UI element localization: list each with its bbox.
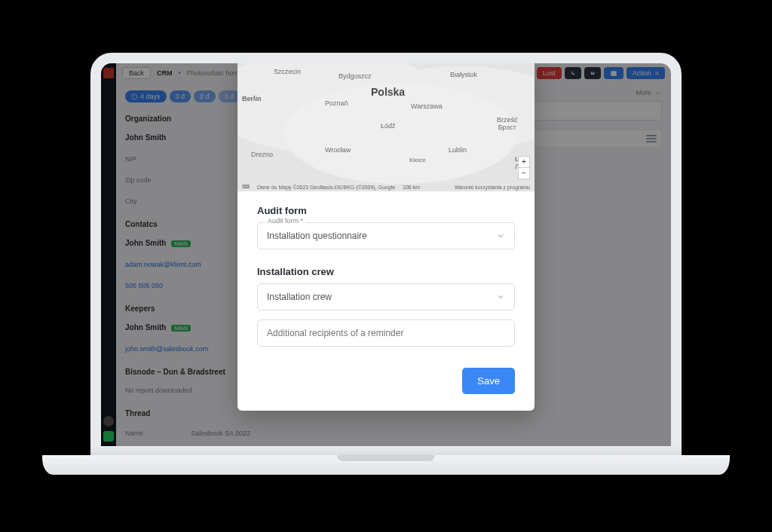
modal-body: Audit form Audit form * Installation que… [237, 191, 535, 411]
map-label-lodz: Łódź [381, 122, 396, 130]
map-credits-left: Dane do Mapy ©2023 GeoBasis-DE/BKG (©200… [257, 185, 395, 190]
audit-section-title: Audit form [257, 205, 515, 216]
map-credits-right[interactable]: Warunki korzystania z programu [455, 185, 530, 190]
laptop-base [42, 455, 730, 475]
crew-select[interactable]: Installation crew [257, 283, 515, 310]
laptop-viewport: Back CRM • Photovoltaic home John Sm… Wo… [90, 53, 682, 457]
map-label-bydgoszcz: Bydgoszcz [339, 72, 372, 80]
map-label-bialystok: Białystok [450, 71, 477, 78]
map-label-szczecin: Szczecin [274, 68, 301, 75]
map-label-polska: Polska [371, 86, 405, 98]
map-label-wroclaw: Wrocław [325, 146, 351, 154]
chevron-down-icon [496, 292, 505, 301]
crew-value: Installation crew [267, 292, 332, 302]
audit-form-label: Audit form * [265, 217, 306, 225]
save-button[interactable]: Save [462, 368, 515, 394]
app-root: Back CRM • Photovoltaic home John Sm… Wo… [101, 63, 671, 446]
zoom-in-button[interactable]: + [519, 157, 529, 168]
map-label-brzesc: Brześć Брэст [497, 116, 518, 131]
map-label-poznan: Poznań [325, 99, 348, 107]
map-label-lublin: Lublin [449, 146, 467, 154]
map-label-kielce: Kielce [409, 157, 426, 164]
zoom-out-button[interactable]: − [519, 168, 529, 179]
map-keyboard-icon: ⌨ [242, 184, 250, 190]
map-zoom: + − [518, 156, 530, 179]
crew-section-title: Installation crew [257, 266, 515, 277]
recipients-input[interactable] [257, 320, 515, 347]
audit-form-value: Installation questionnaire [267, 231, 367, 241]
audit-modal: Szczecin Bydgoszcz Białystok Berlin Pozn… [237, 63, 535, 411]
map-label-drezno: Drezno [251, 151, 273, 158]
map-credits: ⌨ Dane do Mapy ©2023 GeoBasis-DE/BKG (©2… [242, 184, 530, 190]
map-label-warszawa: Warszawa [411, 102, 443, 110]
map[interactable]: Szczecin Bydgoszcz Białystok Berlin Pozn… [237, 63, 535, 191]
audit-form-select[interactable]: Installation questionnaire [257, 222, 515, 249]
chevron-down-icon [496, 231, 505, 240]
map-scale: 100 km [403, 185, 420, 190]
map-label-berlin: Berlin [242, 95, 262, 102]
